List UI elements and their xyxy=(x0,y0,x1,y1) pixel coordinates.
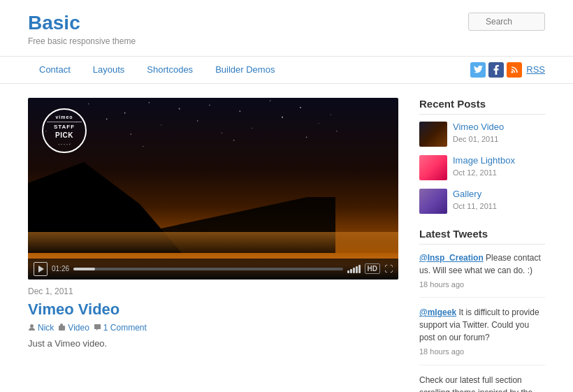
recent-posts-section: Recent Posts Vimeo Video Dec 01, 2011 Im… xyxy=(419,98,545,214)
hd-badge: HD xyxy=(365,263,380,274)
post-excerpt: Just a Vimeo video. xyxy=(28,338,398,349)
svg-point-27 xyxy=(233,140,235,141)
main-content: vimeo STAFF PICK · · · · · 01:26 xyxy=(28,98,398,392)
tweet-0-handle: @Insp_Creation Please contact us. Will s… xyxy=(419,253,541,275)
tweet-0: @Insp_Creation Please contact us. Will s… xyxy=(419,252,545,298)
recent-post-info-0: Vimeo Video Dec 01, 2011 xyxy=(453,122,545,144)
play-icon xyxy=(38,266,44,273)
tweet-1-time: 18 hours ago xyxy=(419,346,545,358)
staff-pick-badge: vimeo STAFF PICK · · · · · xyxy=(42,108,87,153)
svg-point-4 xyxy=(88,103,89,104)
recent-post-title-1[interactable]: Image Lightbox xyxy=(453,155,545,166)
twitter-icon[interactable] xyxy=(470,62,486,78)
vol-bar-4 xyxy=(356,266,358,273)
recent-post-0: Vimeo Video Dec 01, 2011 xyxy=(419,122,545,147)
recent-post-info-2: Gallery Oct 11, 2011 xyxy=(453,189,545,211)
svg-point-12 xyxy=(331,114,331,115)
author-icon xyxy=(28,324,36,331)
fullscreen-button[interactable]: ⛶ xyxy=(384,264,393,274)
play-button[interactable] xyxy=(34,262,48,276)
svg-point-15 xyxy=(161,124,161,125)
site-tagline: Free basic responsive theme xyxy=(28,36,136,46)
svg-point-6 xyxy=(149,102,150,103)
recent-post-date-2: Oct 11, 2011 xyxy=(453,202,497,210)
facebook-icon[interactable] xyxy=(488,62,504,78)
author-link[interactable]: Nick xyxy=(38,323,54,333)
post-date: Dec 1, 2011 xyxy=(28,286,398,296)
comments-link[interactable]: 1 Comment xyxy=(103,323,147,333)
vimeo-label: vimeo xyxy=(55,114,73,120)
time-display: 01:26 xyxy=(52,265,69,273)
recent-post-date-1: Oct 12, 2011 xyxy=(453,168,497,177)
content-area: vimeo STAFF PICK · · · · · 01:26 xyxy=(0,84,573,392)
comment-icon xyxy=(94,324,101,331)
svg-point-10 xyxy=(270,100,271,101)
header: Basic Free basic responsive theme xyxy=(0,0,573,46)
svg-point-19 xyxy=(318,123,319,124)
svg-point-11 xyxy=(300,107,301,108)
nav-link-layouts[interactable]: Layouts xyxy=(82,57,136,82)
svg-point-17 xyxy=(252,127,252,128)
tweet-1: @mlgeek It is difficult to provide suppo… xyxy=(419,306,545,365)
svg-point-8 xyxy=(209,105,210,106)
nav-link-builder-demos[interactable]: Builder Demos xyxy=(204,57,286,82)
latest-tweets-section: Latest Tweets @Insp_Creation Please cont… xyxy=(419,228,545,392)
svg-point-5 xyxy=(124,112,126,114)
post-title: Vimeo Video xyxy=(28,300,398,319)
pick-label: PICK xyxy=(55,131,73,140)
recent-post-title-0[interactable]: Vimeo Video xyxy=(453,122,545,132)
video-controls: 01:26 HD ⛶ xyxy=(28,259,398,280)
site-title: Basic xyxy=(28,13,136,34)
search-input[interactable] xyxy=(468,13,545,31)
tweet-2-text: Check our latest full section scrolling … xyxy=(419,375,539,392)
svg-point-30 xyxy=(30,324,34,328)
volume-control[interactable] xyxy=(347,265,361,273)
recent-posts-title: Recent Posts xyxy=(419,98,545,115)
svg-point-9 xyxy=(239,110,240,112)
recent-post-thumb-0 xyxy=(419,122,447,147)
vol-bar-1 xyxy=(347,270,349,273)
svg-point-7 xyxy=(179,108,180,109)
star-dots: · · · · · xyxy=(58,141,71,147)
recent-post-title-2[interactable]: Gallery xyxy=(453,189,545,199)
author-meta: Nick xyxy=(28,323,54,333)
tweet-2: Check our latest full section scrolling … xyxy=(419,374,545,392)
comments-meta: 1 Comment xyxy=(94,323,147,333)
video-player: vimeo STAFF PICK · · · · · 01:26 xyxy=(28,98,398,280)
svg-point-24 xyxy=(336,131,337,131)
site-branding: Basic Free basic responsive theme xyxy=(28,13,136,46)
nav-link-shortcodes[interactable]: Shortcodes xyxy=(136,57,204,82)
category-meta: Video xyxy=(58,323,89,333)
category-link[interactable]: Video xyxy=(68,323,89,333)
recent-post-date-0: Dec 01, 2011 xyxy=(453,135,498,143)
recent-post-thumb-2 xyxy=(419,189,447,214)
progress-fill xyxy=(73,268,95,270)
svg-point-26 xyxy=(143,145,143,146)
tweet-1-handle: @mlgeek It is difficult to provide suppo… xyxy=(419,307,539,342)
nav-link-contact[interactable]: Contact xyxy=(28,57,82,82)
staff-label: STAFF xyxy=(54,124,75,131)
progress-bar[interactable] xyxy=(73,268,343,270)
category-icon xyxy=(58,324,66,331)
recent-post-1: Image Lightbox Oct 12, 2011 xyxy=(419,155,545,180)
rss-icon[interactable] xyxy=(507,62,522,78)
svg-point-23 xyxy=(306,136,307,138)
tweet-1-handle-link[interactable]: @mlgeek xyxy=(419,307,456,317)
svg-point-21 xyxy=(131,133,132,135)
recent-post-thumb-1 xyxy=(419,155,447,180)
svg-point-16 xyxy=(197,120,198,122)
svg-point-18 xyxy=(282,117,283,118)
vol-bar-2 xyxy=(350,269,352,273)
search-form xyxy=(468,13,545,31)
vol-bar-3 xyxy=(353,268,355,273)
social-icons: RSS xyxy=(470,57,545,83)
rss-text-link[interactable]: RSS xyxy=(526,64,545,75)
vol-bar-5 xyxy=(358,265,361,273)
latest-tweets-title: Latest Tweets xyxy=(419,228,545,245)
svg-point-14 xyxy=(106,118,108,119)
tweet-0-handle-link[interactable]: @Insp_Creation xyxy=(419,253,484,263)
svg-point-2 xyxy=(511,71,513,73)
post-meta: Nick Video 1 Comment xyxy=(28,323,398,333)
svg-rect-31 xyxy=(59,326,65,331)
sidebar: Recent Posts Vimeo Video Dec 01, 2011 Im… xyxy=(419,98,545,392)
